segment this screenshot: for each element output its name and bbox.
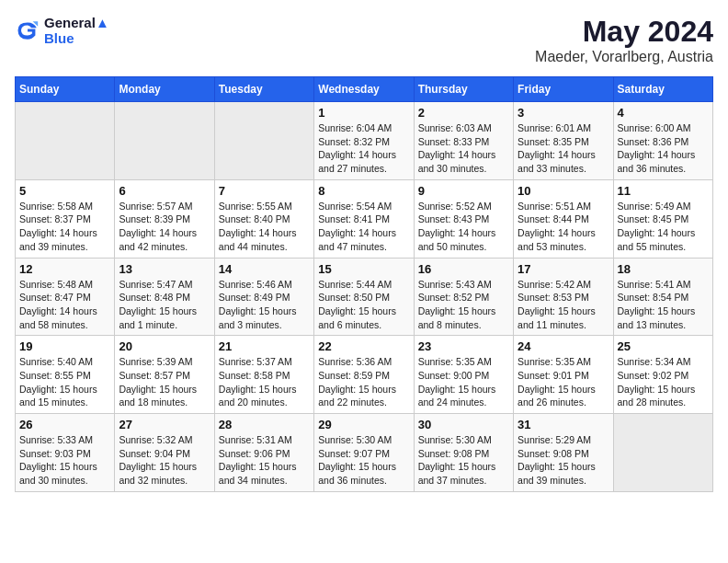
calendar-cell: 28Sunrise: 5:31 AM Sunset: 9:06 PM Dayli…: [214, 414, 313, 492]
day-info: Sunrise: 5:47 AM Sunset: 8:48 PM Dayligh…: [119, 278, 210, 332]
day-info: Sunrise: 5:30 AM Sunset: 9:08 PM Dayligh…: [418, 433, 509, 488]
day-number: 30: [418, 418, 509, 431]
day-number: 1: [318, 106, 409, 120]
day-number: 29: [318, 418, 409, 431]
day-number: 3: [518, 106, 609, 120]
day-info: Sunrise: 5:46 AM Sunset: 8:49 PM Dayligh…: [219, 278, 310, 332]
calendar-cell: 16Sunrise: 5:43 AM Sunset: 8:52 PM Dayli…: [414, 258, 513, 336]
calendar-cell: [115, 102, 214, 180]
day-number: 12: [19, 262, 110, 276]
title-block: May 2024 Maeder, Vorarlberg, Austria: [535, 15, 713, 65]
calendar-cell: 2Sunrise: 6:03 AM Sunset: 8:33 PM Daylig…: [414, 102, 513, 180]
day-info: Sunrise: 6:01 AM Sunset: 8:35 PM Dayligh…: [518, 121, 609, 176]
day-info: Sunrise: 5:58 AM Sunset: 8:37 PM Dayligh…: [19, 200, 110, 254]
day-info: Sunrise: 5:37 AM Sunset: 8:58 PM Dayligh…: [219, 355, 310, 409]
calendar-cell: 15Sunrise: 5:44 AM Sunset: 8:50 PM Dayli…: [314, 258, 414, 336]
calendar-cell: 17Sunrise: 5:42 AM Sunset: 8:53 PM Dayli…: [514, 258, 613, 336]
day-number: 5: [19, 184, 110, 198]
day-number: 16: [418, 262, 509, 276]
weekday-header-thursday: Thursday: [414, 77, 513, 102]
weekday-header-sunday: Sunday: [16, 77, 115, 102]
weekday-header-wednesday: Wednesday: [314, 77, 414, 102]
day-info: Sunrise: 5:51 AM Sunset: 8:44 PM Dayligh…: [518, 200, 609, 254]
calendar-cell: 30Sunrise: 5:30 AM Sunset: 9:08 PM Dayli…: [414, 414, 513, 492]
day-number: 4: [618, 106, 709, 120]
calendar-cell: 9Sunrise: 5:52 AM Sunset: 8:43 PM Daylig…: [414, 179, 513, 258]
day-info: Sunrise: 5:44 AM Sunset: 8:50 PM Dayligh…: [318, 278, 409, 332]
day-info: Sunrise: 5:40 AM Sunset: 8:55 PM Dayligh…: [19, 355, 110, 409]
day-info: Sunrise: 5:36 AM Sunset: 8:59 PM Dayligh…: [318, 355, 409, 409]
calendar-cell: 22Sunrise: 5:36 AM Sunset: 8:59 PM Dayli…: [314, 336, 414, 414]
calendar-week-row: 12Sunrise: 5:48 AM Sunset: 8:47 PM Dayli…: [16, 258, 713, 336]
main-title: May 2024: [535, 15, 713, 49]
day-number: 18: [618, 262, 709, 276]
day-info: Sunrise: 5:35 AM Sunset: 9:00 PM Dayligh…: [418, 355, 509, 409]
calendar-cell: 31Sunrise: 5:29 AM Sunset: 9:08 PM Dayli…: [514, 414, 613, 492]
calendar-cell: [613, 414, 712, 492]
day-number: 13: [119, 262, 210, 276]
day-number: 7: [219, 184, 310, 198]
weekday-header-tuesday: Tuesday: [214, 77, 313, 102]
day-number: 22: [318, 339, 409, 353]
calendar-cell: [214, 102, 313, 180]
day-info: Sunrise: 5:49 AM Sunset: 8:45 PM Dayligh…: [618, 200, 709, 254]
day-number: 6: [119, 184, 210, 198]
weekday-header-friday: Friday: [514, 77, 613, 102]
calendar-week-row: 26Sunrise: 5:33 AM Sunset: 9:03 PM Dayli…: [16, 414, 713, 492]
day-number: 19: [19, 339, 110, 353]
day-number: 31: [518, 418, 609, 431]
calendar-cell: 14Sunrise: 5:46 AM Sunset: 8:49 PM Dayli…: [214, 258, 313, 336]
day-number: 21: [219, 339, 310, 353]
calendar-cell: 20Sunrise: 5:39 AM Sunset: 8:57 PM Dayli…: [115, 336, 214, 414]
calendar-cell: 12Sunrise: 5:48 AM Sunset: 8:47 PM Dayli…: [16, 258, 115, 336]
day-info: Sunrise: 5:30 AM Sunset: 9:07 PM Dayligh…: [318, 433, 409, 488]
day-info: Sunrise: 5:32 AM Sunset: 9:04 PM Dayligh…: [119, 433, 210, 488]
day-number: 8: [318, 184, 409, 198]
day-info: Sunrise: 5:31 AM Sunset: 9:06 PM Dayligh…: [219, 433, 310, 488]
calendar-cell: 27Sunrise: 5:32 AM Sunset: 9:04 PM Dayli…: [115, 414, 214, 492]
day-info: Sunrise: 5:48 AM Sunset: 8:47 PM Dayligh…: [19, 278, 110, 332]
calendar-cell: 18Sunrise: 5:41 AM Sunset: 8:54 PM Dayli…: [613, 258, 712, 336]
day-info: Sunrise: 5:57 AM Sunset: 8:39 PM Dayligh…: [119, 200, 210, 254]
day-info: Sunrise: 5:29 AM Sunset: 9:08 PM Dayligh…: [518, 433, 609, 488]
calendar-cell: 8Sunrise: 5:54 AM Sunset: 8:41 PM Daylig…: [314, 179, 414, 258]
subtitle: Maeder, Vorarlberg, Austria: [535, 49, 713, 65]
day-info: Sunrise: 5:34 AM Sunset: 9:02 PM Dayligh…: [618, 355, 709, 409]
calendar-cell: 6Sunrise: 5:57 AM Sunset: 8:39 PM Daylig…: [115, 179, 214, 258]
day-number: 20: [119, 339, 210, 353]
day-info: Sunrise: 5:52 AM Sunset: 8:43 PM Dayligh…: [418, 200, 509, 254]
day-info: Sunrise: 5:35 AM Sunset: 9:01 PM Dayligh…: [518, 355, 609, 409]
day-info: Sunrise: 5:42 AM Sunset: 8:53 PM Dayligh…: [518, 278, 609, 332]
calendar-cell: 13Sunrise: 5:47 AM Sunset: 8:48 PM Dayli…: [115, 258, 214, 336]
calendar-cell: 25Sunrise: 5:34 AM Sunset: 9:02 PM Dayli…: [613, 336, 712, 414]
calendar-cell: 5Sunrise: 5:58 AM Sunset: 8:37 PM Daylig…: [16, 179, 115, 258]
calendar-week-row: 5Sunrise: 5:58 AM Sunset: 8:37 PM Daylig…: [16, 179, 713, 258]
calendar-cell: [16, 102, 115, 180]
logo-icon: [15, 17, 40, 43]
day-info: Sunrise: 6:04 AM Sunset: 8:32 PM Dayligh…: [318, 121, 409, 176]
day-info: Sunrise: 5:43 AM Sunset: 8:52 PM Dayligh…: [418, 278, 509, 332]
calendar-cell: 3Sunrise: 6:01 AM Sunset: 8:35 PM Daylig…: [514, 102, 613, 180]
logo-text: General▲ Blue: [44, 15, 109, 46]
weekday-header-saturday: Saturday: [613, 77, 712, 102]
day-number: 2: [418, 106, 509, 120]
calendar-cell: 21Sunrise: 5:37 AM Sunset: 8:58 PM Dayli…: [214, 336, 313, 414]
page-header: General▲ Blue May 2024 Maeder, Vorarlber…: [15, 15, 713, 65]
calendar-table: SundayMondayTuesdayWednesdayThursdayFrid…: [15, 76, 713, 492]
day-number: 14: [219, 262, 310, 276]
weekday-header-row: SundayMondayTuesdayWednesdayThursdayFrid…: [16, 77, 713, 102]
day-info: Sunrise: 6:00 AM Sunset: 8:36 PM Dayligh…: [618, 121, 709, 176]
day-number: 9: [418, 184, 509, 198]
day-number: 10: [518, 184, 609, 198]
calendar-cell: 26Sunrise: 5:33 AM Sunset: 9:03 PM Dayli…: [16, 414, 115, 492]
day-info: Sunrise: 5:39 AM Sunset: 8:57 PM Dayligh…: [119, 355, 210, 409]
day-number: 11: [618, 184, 709, 198]
day-number: 24: [518, 339, 609, 353]
calendar-cell: 29Sunrise: 5:30 AM Sunset: 9:07 PM Dayli…: [314, 414, 414, 492]
day-number: 15: [318, 262, 409, 276]
calendar-cell: 11Sunrise: 5:49 AM Sunset: 8:45 PM Dayli…: [613, 179, 712, 258]
calendar-cell: 7Sunrise: 5:55 AM Sunset: 8:40 PM Daylig…: [214, 179, 313, 258]
day-info: Sunrise: 6:03 AM Sunset: 8:33 PM Dayligh…: [418, 121, 509, 176]
calendar-cell: 19Sunrise: 5:40 AM Sunset: 8:55 PM Dayli…: [16, 336, 115, 414]
calendar-week-row: 19Sunrise: 5:40 AM Sunset: 8:55 PM Dayli…: [16, 336, 713, 414]
